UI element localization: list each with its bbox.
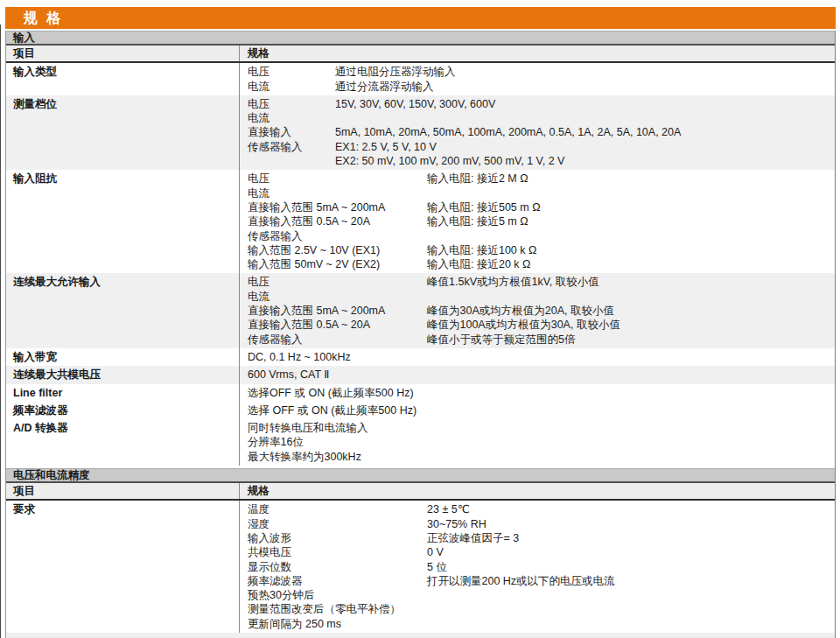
spec-line: 电压15V, 30V, 60V, 150V, 300V, 600V [248,97,830,111]
row-spec-cell: 电压峰值1.5kV或均方根值1kV, 取较小值电流 直接输入范围 5mA ~ 2… [240,273,835,347]
spec-sub-label: 测量范围改变后（零电平补偿） [248,602,427,616]
spec-sub-value: 5 位 [427,560,830,574]
spec-sub-label: 电压 [248,275,427,289]
spec-sub-label: 直接输入范围 0.5A ~ 20A [248,318,427,332]
spec-line: 同时转换电压和电流输入 [248,421,830,435]
spec-line: 选择 OFF 或 ON (截止频率500 Hz) [248,403,830,417]
row-item-name: 输入阻抗 [6,170,240,273]
spec-sub-label: 显示位数 [248,560,427,574]
header-item-column: 项目 [6,46,240,61]
section-title: 电压和电流精度 [6,468,835,483]
spec-sub-label: 电压 [248,65,335,79]
row-spec-cell: 电压通过电阻分压器浮动输入电流通过分流器浮动输入 [240,63,835,95]
spec-sub-value [427,602,830,616]
spec-sub-value [335,111,830,125]
spec-line: 电流 [248,186,830,200]
table-row: 连续最大共模电压600 Vrms, CAT Ⅱ [6,366,835,383]
table-row: 输入带宽DC, 0.1 Hz ~ 100kHz [6,348,835,366]
spec-line: 电压峰值1.5kV或均方根值1kV, 取较小值 [248,275,830,289]
table-row: 要求温度23 ± 5℃湿度30~75% RH输入波形正弦波峰值因子= 3共模电压… [6,501,835,633]
spec-sub-value: 通过电阻分压器浮动输入 [335,65,830,79]
row-spec-cell: 电压输入电阻: 接近2 M Ω电流 直接输入范围 5mA ~ 200mA输入电阻… [240,170,835,273]
spec-sub-label: 电流 [248,186,427,200]
row-spec-cell: DC, 0.1 Hz ~ 100kHz [240,348,835,366]
spec-sub-label: 传感器输入 [248,333,427,347]
spec-sub-label: 输入范围 50mV ~ 2V (EX2) [248,257,427,271]
spec-line: 更新间隔为 250 ms [248,617,830,631]
row-spec-cell: 温度23 ± 5℃湿度30~75% RH输入波形正弦波峰值因子= 3共模电压0 … [240,501,835,633]
spec-line: DC, 0.1 Hz ~ 100kHz [248,350,830,364]
spec-sub-value [427,290,830,304]
next-row-stripe [6,633,835,638]
spec-line: 直接输入范围 0.5A ~ 20A峰值为100A或均方根值为30A, 取较小值 [248,318,830,332]
spec-line: EX2: 50 mV, 100 mV, 200 mV, 500 mV, 1 V,… [248,154,830,168]
page-title: 规 格 [24,11,63,25]
spec-line: 输入波形正弦波峰值因子= 3 [248,531,830,545]
table-row: 测量档位电压15V, 30V, 60V, 150V, 300V, 600V电流 … [6,95,835,170]
spec-sub-label: 湿度 [248,517,427,531]
header-spec-column: 规格 [240,483,835,499]
row-spec-cell: 选择 OFF 或 ON (截止频率500 Hz) [240,402,835,419]
spec-text: 选择OFF 或 ON (截止频率500 Hz) [248,386,414,400]
spec-sub-label: 电压 [248,172,427,186]
spec-text: 选择 OFF 或 ON (截止频率500 Hz) [248,403,416,417]
spec-line: 温度23 ± 5℃ [248,502,830,516]
spec-line: 湿度30~75% RH [248,517,830,531]
spec-sub-value: 打开以测量200 Hz或以下的电压或电流 [427,574,830,588]
spec-sub-value: 23 ± 5℃ [427,502,830,516]
spec-sub-label: 电流 [248,290,427,304]
spec-sub-value: 30~75% RH [427,517,830,531]
spec-section-0: 输入项目规格输入类型电压通过电阻分压器浮动输入电流通过分流器浮动输入测量档位电压… [6,31,835,466]
spec-sub-value: 峰值1.5kV或均方根值1kV, 取较小值 [427,275,830,289]
spec-sub-value: 峰值为100A或均方根值为30A, 取较小值 [427,318,830,332]
table-row: 连续最大允许输入电压峰值1.5kV或均方根值1kV, 取较小值电流 直接输入范围… [6,273,835,347]
row-spec-cell: 选择OFF 或 ON (截止频率500 Hz) [240,384,835,402]
spec-sub-value: 输入电阻: 接近20 k Ω [427,257,830,271]
spec-sub-label: 直接输入范围 0.5A ~ 20A [248,214,427,228]
spec-line: 电流 [248,290,830,304]
spec-sub-label: 直接输入 [248,125,335,139]
spec-sub-label: 传感器输入 [248,229,427,243]
page-title-bar: 规 格 [5,7,836,29]
table-row: 频率滤波器选择 OFF 或 ON (截止频率500 Hz) [6,402,835,419]
spec-sub-label: 更新间隔为 250 ms [248,617,427,631]
spec-line: 频率滤波器打开以测量200 Hz或以下的电压或电流 [248,574,830,588]
row-item-name: 频率滤波器 [6,402,240,419]
spec-sub-label: 电流 [248,80,335,94]
page-edge-line [0,25,1,638]
spec-sub-label: 电流 [248,111,335,125]
table-row: Line filter选择OFF 或 ON (截止频率500 Hz) [6,384,835,402]
table-row: 输入类型电压通过电阻分压器浮动输入电流通过分流器浮动输入 [6,63,835,95]
row-item-name: 测量档位 [6,95,240,170]
spec-sub-label: 传感器输入 [248,140,335,154]
spec-sub-value [427,617,830,631]
spec-sub-value: 峰值为30A或均方根值为20A, 取较小值 [427,304,830,318]
row-item-name: 连续最大允许输入 [6,273,240,347]
spec-sub-value [427,229,830,243]
spec-line: 输入范围 2.5V ~ 10V (EX1)输入电阻: 接近100 k Ω [248,243,830,257]
spec-sub-label: 频率滤波器 [248,574,427,588]
spec-sub-value: 正弦波峰值因子= 3 [427,531,830,545]
spec-line: 600 Vrms, CAT Ⅱ [248,368,830,382]
spec-line: 选择OFF 或 ON (截止频率500 Hz) [248,386,830,400]
spec-line: 输入范围 50mV ~ 2V (EX2)输入电阻: 接近20 k Ω [248,257,830,271]
spec-sub-label: 电压 [248,97,335,111]
row-spec-cell: 电压15V, 30V, 60V, 150V, 300V, 600V电流 直接输入… [240,95,835,170]
spec-sub-label [248,154,335,168]
spec-sub-value: 输入电阻: 接近2 M Ω [427,172,830,186]
table-row: 输入阻抗电压输入电阻: 接近2 M Ω电流 直接输入范围 5mA ~ 200mA… [6,170,835,273]
spec-sub-label: 预热30分钟后 [248,588,427,602]
table-header-row: 项目规格 [6,483,835,501]
spec-line: 电流 [248,111,830,125]
row-item-name: Line filter [6,384,240,402]
spec-sub-value: 输入电阻: 接近505 m Ω [427,200,830,214]
spec-sub-value: 通过分流器浮动输入 [335,80,830,94]
row-spec-cell: 同时转换电压和电流输入分辨率16位最大转换率约为300kHz [240,419,835,466]
spec-line: 共模电压0 V [248,545,830,559]
spec-sub-value: 输入电阻: 接近5 m Ω [427,214,830,228]
spec-line: 预热30分钟后 [248,588,830,602]
spec-line: 直接输入范围 0.5A ~ 20A输入电阻: 接近5 m Ω [248,214,830,228]
table-row: A/D 转换器同时转换电压和电流输入分辨率16位最大转换率约为300kHz [6,419,835,466]
spec-line: 直接输入范围 5mA ~ 200mA输入电阻: 接近505 m Ω [248,200,830,214]
spec-sub-value: 5mA, 10mA, 20mA, 50mA, 100mA, 200mA, 0.5… [335,125,830,139]
